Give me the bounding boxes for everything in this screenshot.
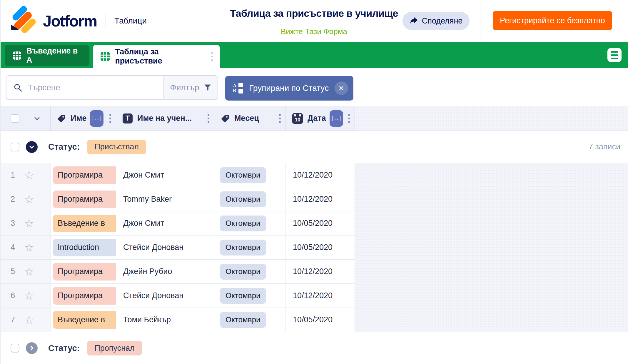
date-cell[interactable]: 10/12/2020 bbox=[286, 163, 355, 187]
month-cell[interactable]: Октомври bbox=[214, 284, 286, 308]
month-cell[interactable]: Октомври bbox=[214, 163, 286, 187]
row-gutter-cell[interactable]: 2 ☆ bbox=[0, 187, 51, 211]
table-header-row: Име ↔ T Име на учен... Месец 10 Дата ↔ bbox=[0, 106, 628, 131]
grouped-by-chip-label: Групирани по Статус bbox=[249, 84, 329, 93]
row-gutter-cell[interactable]: 6 ☆ bbox=[0, 284, 51, 308]
row-filler bbox=[355, 308, 628, 332]
course-badge: Програмира bbox=[53, 166, 116, 184]
chevron-down-icon bbox=[29, 144, 35, 150]
filter-button[interactable]: Филтър bbox=[163, 76, 218, 99]
star-icon[interactable]: ☆ bbox=[24, 290, 34, 301]
row-filler bbox=[355, 187, 628, 211]
group-checkbox[interactable] bbox=[11, 344, 19, 353]
row-gutter-cell[interactable]: 4 ☆ bbox=[0, 236, 51, 260]
share-button[interactable]: Споделяне bbox=[402, 12, 470, 30]
table-body: 1 ☆ Програмира Джон Смит Октомври 10/12/… bbox=[0, 163, 628, 332]
chevron-right-icon bbox=[29, 345, 35, 351]
tab-vvedenie[interactable]: Въведение в А bbox=[5, 45, 89, 66]
course-badge: Въведение в bbox=[53, 215, 116, 232]
search-box[interactable] bbox=[6, 76, 163, 99]
column-header-date[interactable]: 10 Дата ↔ bbox=[286, 106, 355, 131]
date-cell[interactable]: 10/05/2020 bbox=[286, 308, 355, 332]
column-header-month[interactable]: Месец bbox=[214, 106, 286, 131]
student-cell[interactable]: Tommy Baker bbox=[116, 187, 214, 211]
student-cell[interactable]: Стейси Донован bbox=[116, 284, 214, 308]
course-badge: Програмира bbox=[53, 287, 116, 305]
month-cell[interactable]: Октомври bbox=[214, 211, 286, 236]
student-cell[interactable]: Джон Смит bbox=[116, 163, 214, 187]
group-expand-toggle[interactable] bbox=[26, 342, 38, 354]
row-gutter-cell[interactable]: 3 ☆ bbox=[0, 211, 51, 236]
course-cell[interactable]: Програмира bbox=[51, 187, 116, 211]
row-filler bbox=[355, 260, 628, 284]
select-all-checkbox[interactable] bbox=[11, 114, 19, 123]
column-menu-dots-icon[interactable] bbox=[348, 114, 350, 123]
month-cell[interactable]: Октомври bbox=[214, 308, 286, 332]
text-field-icon: T bbox=[123, 113, 133, 123]
column-header-name[interactable]: Име ↔ bbox=[51, 106, 116, 131]
row-gutter-cell[interactable]: 1 ☆ bbox=[0, 163, 51, 187]
column-menu-dots-icon[interactable] bbox=[208, 114, 209, 123]
row-number: 2 bbox=[11, 195, 21, 204]
group-label: Статус: bbox=[48, 142, 80, 152]
column-menu-dots-icon[interactable] bbox=[109, 114, 111, 123]
student-cell[interactable]: Джейн Рубио bbox=[116, 260, 214, 284]
course-cell[interactable]: Програмира bbox=[51, 284, 116, 308]
signup-button[interactable]: Регистрирайте се безплатно bbox=[493, 11, 612, 30]
sheets-menu-button[interactable] bbox=[607, 48, 622, 62]
date-cell[interactable]: 10/12/2020 bbox=[286, 260, 355, 284]
star-icon[interactable]: ☆ bbox=[24, 314, 34, 325]
status-badge: Присъствал bbox=[87, 140, 146, 154]
course-cell[interactable]: Въведение в bbox=[51, 308, 116, 332]
view-form-link[interactable]: Вижте Тази Форма bbox=[281, 27, 347, 36]
star-icon[interactable]: ☆ bbox=[24, 242, 34, 253]
grid-icon bbox=[12, 51, 22, 61]
star-icon[interactable]: ☆ bbox=[24, 194, 34, 205]
search-input[interactable] bbox=[28, 83, 163, 92]
grouped-by-chip[interactable]: AB Групирани по Статус ✕ bbox=[225, 76, 353, 101]
row-filler bbox=[355, 211, 628, 236]
row-filler bbox=[355, 284, 628, 308]
month-badge: Октомври bbox=[220, 167, 266, 183]
star-icon[interactable]: ☆ bbox=[24, 170, 34, 181]
chevron-down-icon[interactable] bbox=[34, 115, 41, 122]
row-number: 6 bbox=[11, 291, 21, 300]
row-gutter-cell[interactable]: 5 ☆ bbox=[0, 260, 51, 284]
month-cell[interactable]: Октомври bbox=[214, 236, 286, 260]
month-badge: Октомври bbox=[220, 264, 266, 280]
student-cell[interactable]: Джон Смит bbox=[116, 211, 214, 236]
column-resize-handle[interactable]: ↔ bbox=[90, 110, 103, 127]
tab-menu-dots-icon[interactable] bbox=[211, 52, 213, 61]
table-row: 2 ☆ Програмира Tommy Baker Октомври 10/1… bbox=[0, 187, 628, 211]
group-collapse-toggle[interactable] bbox=[26, 141, 38, 153]
date-cell[interactable]: 10/05/2020 bbox=[286, 236, 355, 260]
column-menu-dots-icon[interactable] bbox=[279, 114, 281, 123]
star-icon[interactable]: ☆ bbox=[24, 218, 34, 229]
tab-label: Таблица за присъствие bbox=[115, 47, 206, 66]
row-filler bbox=[355, 236, 628, 260]
resize-arrow-icon: ↔ bbox=[333, 116, 339, 121]
course-cell[interactable]: Програмира bbox=[51, 260, 116, 284]
course-cell[interactable]: Програмира bbox=[51, 163, 116, 187]
course-cell[interactable]: Introduction bbox=[51, 236, 116, 260]
group-row-present: Статус: Присъствал 7 записи bbox=[0, 131, 628, 163]
course-cell[interactable]: Въведение в bbox=[51, 211, 116, 236]
group-checkbox[interactable] bbox=[11, 143, 19, 151]
month-cell[interactable]: Октомври bbox=[214, 187, 286, 211]
tab-attendance-active[interactable]: Таблица за присъствие bbox=[93, 45, 220, 68]
month-cell[interactable]: Октомври bbox=[214, 260, 286, 284]
record-count: 7 записи bbox=[589, 142, 620, 151]
student-cell[interactable]: Стейси Донован bbox=[116, 236, 214, 260]
group-by-icon: AB bbox=[233, 83, 243, 93]
column-resize-handle[interactable]: ↔ bbox=[330, 110, 343, 127]
date-cell[interactable]: 10/05/2020 bbox=[286, 211, 355, 236]
star-icon[interactable]: ☆ bbox=[24, 266, 34, 277]
row-gutter-cell[interactable]: 7 ☆ bbox=[0, 308, 51, 332]
date-cell[interactable]: 10/12/2020 bbox=[286, 284, 355, 308]
chip-close-button[interactable]: ✕ bbox=[335, 81, 348, 95]
column-header-student[interactable]: T Име на учен... bbox=[116, 106, 214, 131]
table-row: 7 ☆ Въведение в Томи Бейкър Октомври 10/… bbox=[0, 308, 628, 332]
group-label: Статус: bbox=[48, 343, 80, 353]
date-cell[interactable]: 10/12/2020 bbox=[286, 187, 355, 211]
student-cell[interactable]: Томи Бейкър bbox=[116, 308, 214, 332]
